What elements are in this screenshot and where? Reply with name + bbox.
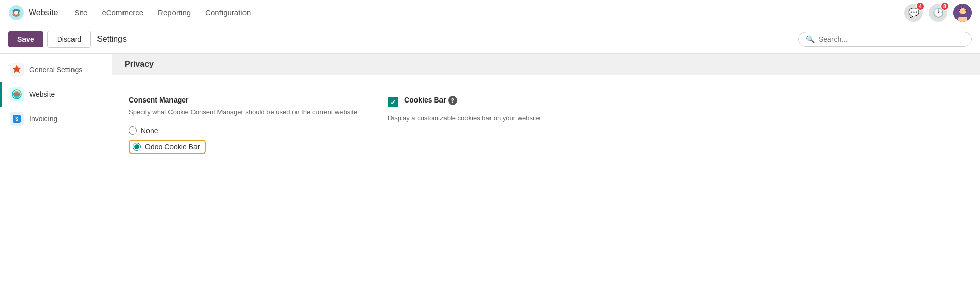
cookies-bar-title: Cookies Bar [404,96,446,104]
nav-item-configuration[interactable]: Configuration [199,5,257,20]
settings-toolbar: Save Discard Settings 🔍 [0,25,980,54]
svg-rect-4 [958,17,967,22]
website-icon [10,87,24,101]
sidebar-item-website-label: Website [29,90,55,98]
avatar-image [953,4,972,22]
search-input[interactable] [819,35,964,43]
discard-button[interactable]: Discard [47,31,91,48]
svg-marker-8 [13,65,21,73]
option-none-label: None [141,126,158,135]
cookies-bar-help-icon[interactable]: ? [448,96,457,105]
messages-badge: 4 [916,2,925,11]
cookies-bar-checkbox[interactable] [388,97,398,107]
privacy-settings-row: Consent Manager Specify what Cookie Cons… [129,88,964,162]
user-avatar[interactable] [953,4,972,22]
section-body: Consent Manager Specify what Cookie Cons… [112,75,980,174]
sidebar-item-general-settings-label: General Settings [29,66,82,74]
clock-badge: 8 [940,2,949,11]
main-layout: General Settings Website $ Invoicing [0,54,980,281]
messages-button[interactable]: 💬 4 [904,4,923,22]
search-icon: 🔍 [806,35,815,43]
clock-button[interactable]: 🕐 8 [929,4,947,22]
settings-content: Privacy Consent Manager Specify what Coo… [112,54,980,281]
app-logo[interactable]: Website [8,5,58,21]
section-title: Privacy [125,60,154,68]
general-settings-icon [10,63,24,77]
svg-rect-6 [959,10,960,11]
cookies-bar-setting: Cookies Bar ? Display a customizable coo… [388,96,540,154]
radio-none[interactable] [129,126,137,135]
logo-icon [8,5,24,21]
consent-manager-desc: Specify what Cookie Consent Manager shou… [129,107,357,117]
invoicing-icon: $ [10,112,24,126]
consent-manager-options: None Odoo Cookie Bar [129,126,357,154]
cookies-bar-title-area: Cookies Bar ? [404,96,457,105]
consent-manager-title: Consent Manager [129,96,357,104]
nav-item-ecommerce[interactable]: eCommerce [95,5,150,20]
svg-point-1 [14,11,18,15]
nav-item-reporting[interactable]: Reporting [152,5,197,20]
cookies-bar-desc: Display a customizable cookies bar on yo… [388,113,540,123]
section-privacy-header: Privacy [112,54,980,75]
page-title: Settings [97,35,127,44]
consent-manager-setting: Consent Manager Specify what Cookie Cons… [129,96,357,154]
sidebar-item-website[interactable]: Website [0,82,112,107]
sidebar-item-invoicing-label: Invoicing [29,115,57,123]
radio-odoo-cookie-bar[interactable] [133,143,141,151]
option-odoo-cookie-bar[interactable]: Odoo Cookie Bar [129,140,357,154]
option-odoo-cookie-bar-label: Odoo Cookie Bar [145,143,200,151]
save-button[interactable]: Save [8,31,43,47]
cookies-bar-header: Cookies Bar ? [388,96,540,107]
nav-item-site[interactable]: Site [68,5,94,20]
top-navigation: Website Site eCommerce Reporting Configu… [0,0,980,25]
nav-menu: Site eCommerce Reporting Configuration [68,5,904,20]
nav-right-actions: 💬 4 🕐 8 [904,4,972,22]
search-container: 🔍 [798,32,972,47]
logo-text: Website [29,8,58,17]
svg-text:$: $ [15,116,18,122]
svg-rect-7 [965,10,967,11]
selected-option-box: Odoo Cookie Bar [129,140,206,154]
option-none[interactable]: None [129,126,357,135]
sidebar-item-general-settings[interactable]: General Settings [0,58,112,82]
sidebar-item-invoicing[interactable]: $ Invoicing [0,107,112,131]
settings-sidebar: General Settings Website $ Invoicing [0,54,112,281]
